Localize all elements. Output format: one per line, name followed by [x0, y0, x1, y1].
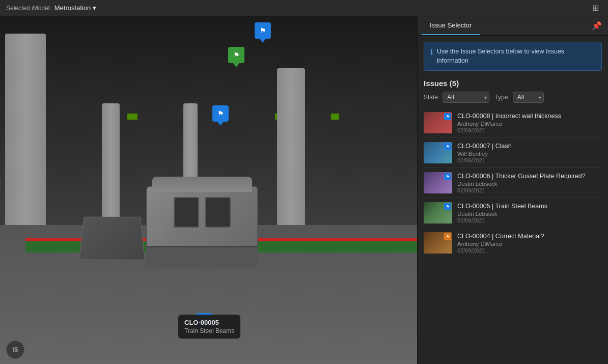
- issue-item-clo-00007[interactable]: ⚑ CLO-00007 | Clash Will Bentley 02/09/2…: [424, 138, 602, 168]
- issue-author-clo-00008: Anthony DiMarco: [457, 121, 602, 127]
- thumb-flag-clo-00008: ⚑: [444, 113, 451, 120]
- issue-author-clo-00007: Will Bentley: [457, 151, 602, 157]
- flag-icon-blue-mid: ⚑: [212, 105, 229, 122]
- issue-info-clo-00004: CLO-00004 | Correct Material? Anthony Di…: [457, 233, 602, 254]
- issue-title-clo-00005: CLO-00005 | Train Steel Beams: [457, 203, 602, 210]
- issue-date-clo-00006: 02/09/2021: [457, 187, 602, 193]
- issue-info-clo-00005: CLO-00005 | Train Steel Beams Dustin Leb…: [457, 203, 602, 223]
- topbar-left: Selected iModel: Metrostation ▾: [6, 4, 96, 12]
- panel-tabs: Issue Selector 📌: [418, 16, 608, 36]
- thumb-flag-clo-00007: ⚑: [444, 143, 451, 150]
- issue-author-clo-00005: Dustin Lebsock: [457, 211, 602, 217]
- issue-item-clo-00005[interactable]: ⚑ CLO-00005 | Train Steel Beams Dustin L…: [424, 198, 602, 228]
- main-layout: ⚑ ⚑ ⚑ ⚑ CLO-00005 Train Steel Beams iS ◀: [0, 16, 608, 364]
- issue-info-clo-00007: CLO-00007 | Clash Will Bentley 02/09/202…: [457, 143, 602, 163]
- flag-icon-green: ⚑: [228, 47, 244, 63]
- flag-marker-top[interactable]: ⚑: [255, 22, 271, 39]
- thumb-flag-clo-00005: ⚑: [444, 203, 451, 210]
- issue-thumbnail-clo-00005: ⚑: [424, 202, 452, 223]
- issue-info-clo-00006: CLO-00006 | Thicker Gusset Plate Require…: [457, 173, 602, 193]
- state-select[interactable]: All Open Closed In Progress: [443, 92, 489, 103]
- filters-row: State: All Open Closed In Progress Type:…: [418, 92, 608, 108]
- train-windows: [147, 187, 257, 228]
- tooltip-subtitle: Train Steel Beams: [184, 327, 234, 334]
- green-accent-4: [331, 114, 339, 120]
- train-body: [146, 186, 258, 267]
- scene-ceiling: [0, 16, 417, 121]
- grid-view-button[interactable]: ⊞: [589, 1, 602, 15]
- issue-item-clo-00004[interactable]: ⚑ CLO-00004 | Correct Material? Anthony …: [424, 228, 602, 258]
- issue-title-clo-00008: CLO-00008 | Incorrect wall thickness: [457, 113, 602, 120]
- train-lower: [147, 246, 257, 266]
- flag-tooltip: CLO-00005 Train Steel Beams: [178, 315, 240, 339]
- issue-title-clo-00006: CLO-00006 | Thicker Gusset Plate Require…: [457, 173, 602, 180]
- info-text: Use the Issue Selectors below to view Is…: [437, 47, 595, 65]
- info-box: ℹ Use the Issue Selectors below to view …: [424, 42, 602, 71]
- train-roof: [152, 177, 252, 192]
- issue-date-clo-00005: 02/09/2021: [457, 217, 602, 223]
- issue-thumbnail-clo-00004: ⚑: [424, 232, 452, 254]
- train-window-right: [205, 197, 231, 228]
- issue-title-clo-00007: CLO-00007 | Clash: [457, 143, 602, 150]
- flag-marker-mid[interactable]: ⚑: [212, 105, 229, 122]
- topbar-right: ⊞: [589, 1, 602, 15]
- issue-author-clo-00006: Dustin Lebsock: [457, 181, 602, 187]
- train-window-left: [174, 197, 199, 228]
- issue-info-clo-00008: CLO-00008 | Incorrect wall thickness Ant…: [457, 113, 602, 133]
- imodel-selector[interactable]: Metrostation ▾: [54, 4, 97, 12]
- issue-thumbnail-clo-00006: ⚑: [424, 172, 452, 193]
- thumb-flag-clo-00004: ⚑: [444, 233, 451, 240]
- panel-collapse-handle[interactable]: ◀: [0, 180, 1, 201]
- scene-escalator: [79, 217, 145, 260]
- state-filter-group: State: All Open Closed In Progress: [424, 92, 489, 103]
- info-icon: ℹ: [430, 48, 433, 56]
- state-select-wrapper: All Open Closed In Progress: [443, 92, 489, 103]
- issue-author-clo-00004: Anthony DiMarco: [457, 241, 602, 247]
- type-filter-group: Type: All Clash Issue RFI: [494, 92, 543, 103]
- issue-thumbnail-clo-00007: ⚑: [424, 142, 452, 163]
- chevron-down-icon: ▾: [93, 4, 96, 12]
- issue-date-clo-00007: 02/09/2021: [457, 157, 602, 163]
- issue-item-clo-00006[interactable]: ⚑ CLO-00006 | Thicker Gusset Plate Requi…: [424, 168, 602, 198]
- type-select-wrapper: All Clash Issue RFI: [513, 92, 544, 103]
- pin-button[interactable]: 📌: [590, 19, 604, 33]
- type-select[interactable]: All Clash Issue RFI: [513, 92, 544, 103]
- state-filter-label: State:: [424, 94, 439, 101]
- viewport-scene: ⚑ ⚑ ⚑ ⚑ CLO-00005 Train Steel Beams iS: [0, 16, 417, 364]
- issue-date-clo-00004: 02/09/2021: [457, 247, 602, 254]
- flag-marker-green[interactable]: ⚑: [228, 47, 244, 63]
- tab-issue-selector[interactable]: Issue Selector: [422, 16, 480, 35]
- issue-item-clo-00008[interactable]: ⚑ CLO-00008 | Incorrect wall thickness A…: [424, 108, 602, 138]
- right-panel: Issue Selector 📌 ℹ Use the Issue Selecto…: [417, 16, 608, 364]
- type-filter-label: Type:: [494, 94, 509, 101]
- issues-list: ⚑ CLO-00008 | Incorrect wall thickness A…: [418, 108, 608, 364]
- thumb-flag-clo-00006: ⚑: [444, 173, 451, 180]
- imodel-name: Metrostation: [54, 4, 91, 12]
- flag-icon-blue-top: ⚑: [255, 22, 271, 39]
- tooltip-title: CLO-00005: [184, 319, 234, 326]
- issue-thumbnail-clo-00008: ⚑: [424, 112, 452, 133]
- issue-title-clo-00004: CLO-00004 | Correct Material?: [457, 233, 602, 240]
- green-accent-1: [127, 114, 137, 120]
- itwin-logo: iS: [6, 341, 24, 359]
- scene-train: [146, 186, 258, 288]
- 3d-viewport[interactable]: ⚑ ⚑ ⚑ ⚑ CLO-00005 Train Steel Beams iS ◀: [0, 16, 417, 364]
- topbar: Selected iModel: Metrostation ▾ ⊞: [0, 0, 608, 16]
- issue-date-clo-00008: 02/09/2021: [457, 127, 602, 133]
- issues-header: Issues (5): [418, 77, 608, 92]
- imodel-label: Selected iModel:: [6, 5, 51, 12]
